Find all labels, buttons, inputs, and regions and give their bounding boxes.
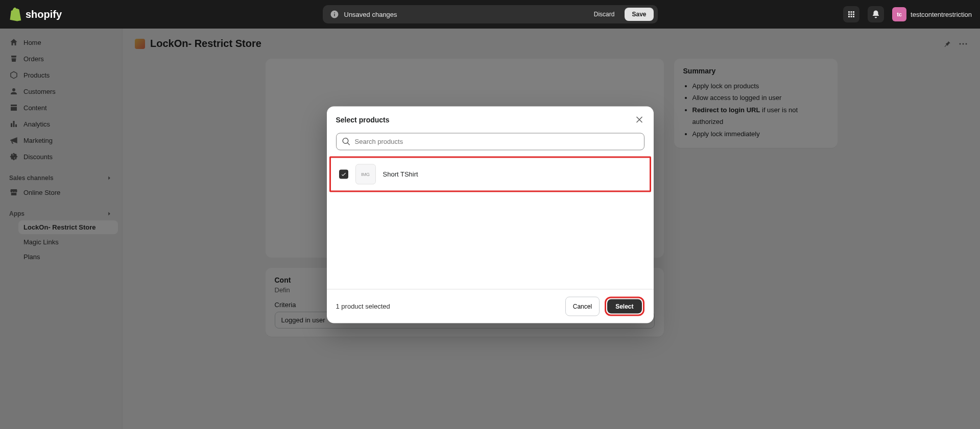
modal-title: Select products — [336, 115, 390, 123]
modal-body: IMG Short TShirt — [327, 156, 654, 289]
search-input-wrap[interactable] — [336, 133, 644, 150]
unsaved-label: Unsaved changes — [344, 11, 397, 18]
info-icon — [330, 10, 339, 19]
modal-header: Select products — [327, 106, 654, 133]
product-checkbox[interactable] — [339, 169, 348, 179]
modal-search — [327, 133, 654, 156]
unsaved-changes-bar: Unsaved changes Discard Save — [323, 5, 658, 23]
product-name: Short TShirt — [383, 170, 418, 178]
user-name: testcontentrestriction — [911, 11, 972, 18]
selected-count-label: 1 product selected — [336, 302, 390, 310]
product-thumbnail: IMG — [355, 164, 376, 184]
user-menu[interactable]: tc testcontentrestriction — [892, 7, 972, 21]
select-button-highlight: Select — [605, 296, 644, 316]
search-input[interactable] — [355, 138, 639, 145]
select-products-modal: Select products IMG Short TShirt 1 produ… — [327, 106, 654, 323]
discard-button[interactable]: Discard — [588, 8, 621, 21]
notifications-button[interactable] — [868, 6, 884, 22]
select-button[interactable]: Select — [607, 299, 641, 313]
modal-footer: 1 product selected Cancel Select — [327, 289, 654, 323]
cancel-button[interactable]: Cancel — [565, 296, 600, 316]
modal-close-button[interactable] — [634, 114, 644, 124]
close-icon — [634, 114, 644, 124]
search-icon — [342, 137, 351, 146]
check-icon — [341, 171, 347, 177]
topbar-left: shopify — [8, 7, 62, 21]
brand-logo[interactable]: shopify — [8, 7, 62, 21]
topbar-right: tc testcontentrestriction — [843, 6, 972, 22]
apps-icon-button[interactable] — [843, 6, 859, 22]
brand-name: shopify — [26, 9, 62, 20]
grid-icon — [847, 10, 856, 19]
context-actions: Discard Save — [588, 8, 654, 21]
bell-icon — [871, 10, 880, 19]
save-button[interactable]: Save — [625, 8, 653, 21]
product-row[interactable]: IMG Short TShirt — [329, 156, 651, 192]
shopify-logo-icon — [8, 7, 22, 21]
modal-footer-actions: Cancel Select — [565, 296, 644, 316]
user-avatar: tc — [892, 7, 906, 21]
unsaved-status: Unsaved changes — [330, 10, 397, 19]
